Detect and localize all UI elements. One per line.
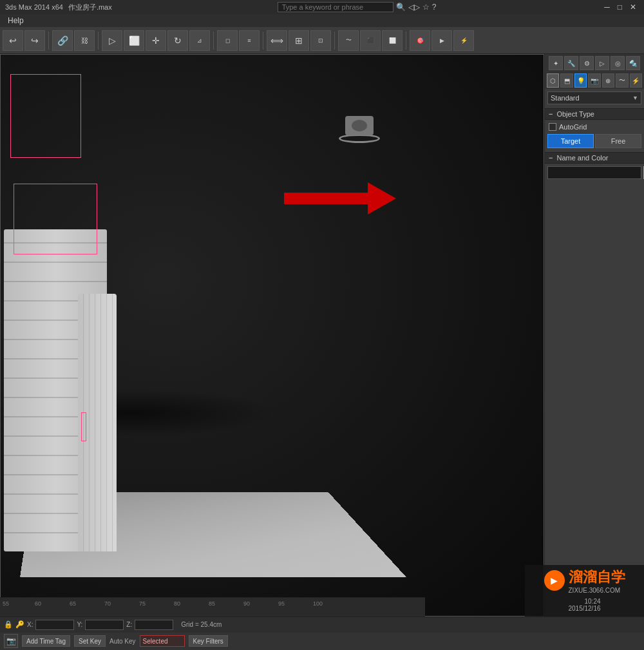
titlebar-center: 🔍 ◁▷ ☆ ?: [112, 2, 602, 12]
key-filters-button[interactable]: Key Filters: [189, 635, 228, 647]
toolbar-redo[interactable]: ↪: [24, 30, 45, 51]
timeline-tick-90: 90: [243, 600, 250, 607]
panel-tab-hierarchy[interactable]: ⚙: [580, 56, 594, 70]
arrow-head: [368, 182, 396, 215]
star-icon[interactable]: ☆: [422, 3, 430, 12]
toolbar: ↩ ↪ 🔗 ⛓ ▷ ⬜ ✛ ↻ ⊿ ◻ ≡ ⟺ ⊞ ⊡ 〜 ⬛ ⬜ 🎯 ▶ ⚡: [0, 27, 644, 54]
timeline-track: 55 60 65 70 75 80 85 90 95 100: [0, 598, 425, 617]
panel-tab-modify[interactable]: 🔧: [564, 56, 578, 70]
panel-tab-utilities[interactable]: 🔩: [626, 56, 640, 70]
target-button[interactable]: Target: [547, 134, 594, 148]
titlebar-right: ─ □ ✕: [601, 3, 639, 12]
panel-tab-shapes[interactable]: ⬒: [560, 73, 573, 88]
minus-icon-2: −: [549, 154, 553, 162]
standard-dropdown[interactable]: Standard ▼: [547, 91, 641, 104]
toolbar-separator-4: [263, 32, 263, 50]
object-type-label: Object Type: [556, 110, 594, 118]
watermark-date: 2015/12/16: [568, 605, 600, 612]
toolbar-material[interactable]: ⬜: [382, 30, 402, 51]
toolbar-scale[interactable]: ⊿: [189, 30, 210, 51]
watermark-text: 溜溜自学 ZIXUE.3066.COM: [569, 568, 625, 594]
toolbar-unlink[interactable]: ⛓: [74, 30, 95, 51]
toolbar-render[interactable]: 🎯: [410, 30, 430, 51]
panel-tab-lights[interactable]: 💡: [574, 73, 587, 88]
wireframe-vertical: [81, 412, 86, 441]
watermark-logo-icon: ▶: [544, 570, 565, 591]
status-bottom: 📷 Add Time Tag Set Key Auto Key Key Filt…: [0, 633, 644, 650]
free-button[interactable]: Free: [595, 134, 641, 148]
toolbar-select-region[interactable]: ⬜: [124, 30, 144, 51]
wireframe-box-1: [10, 74, 81, 158]
toolbar-render3[interactable]: ⚡: [453, 30, 474, 51]
toolbar-reference[interactable]: ◻: [217, 30, 238, 51]
autogrid-label: AutoGrid: [559, 123, 587, 131]
menu-help[interactable]: Help: [3, 14, 29, 27]
add-time-tag-button[interactable]: Add Time Tag: [22, 635, 70, 647]
standard-dropdown-value: Standard: [551, 94, 580, 102]
statusbar: 🔒 🔑 X: Y: Z: Grid = 25.4cm 📷 Add Time Ta…: [0, 617, 644, 650]
toolbar-schematic[interactable]: ⬛: [360, 30, 381, 51]
panel-tab-geometry[interactable]: ⬡: [547, 73, 559, 88]
question-icon[interactable]: ?: [432, 3, 437, 12]
minimize-button[interactable]: ─: [601, 3, 612, 12]
timeline-area[interactable]: 55 60 65 70 75 80 85 90 95 100: [0, 597, 425, 617]
dropdown-arrow-icon: ▼: [632, 95, 638, 101]
maximize-button[interactable]: □: [615, 3, 625, 12]
set-key-button[interactable]: Set Key: [74, 635, 106, 647]
toolbar-undo[interactable]: ↩: [3, 30, 23, 51]
toolbar-mirror[interactable]: ⟺: [267, 30, 287, 51]
search-icon[interactable]: 🔍: [396, 3, 406, 12]
panel-tab-motion[interactable]: ▷: [595, 56, 609, 70]
titlebar: 3ds Max 2014 x64 作业房子.max 🔍 ◁▷ ☆ ? ─ □ ✕: [0, 0, 644, 14]
menubar: Help: [0, 14, 644, 27]
toolbar-align2[interactable]: ⊡: [310, 30, 331, 51]
arrow-shaft: [284, 193, 368, 204]
toolbar-link[interactable]: 🔗: [52, 30, 73, 51]
toolbar-select[interactable]: ▷: [102, 30, 122, 51]
object-name-input[interactable]: [547, 166, 641, 179]
name-color-header: − Name and Color: [545, 152, 644, 164]
search-input[interactable]: [278, 2, 393, 12]
nav-icon[interactable]: ◁▷: [408, 3, 420, 12]
watermark-site: ZIXUE.3066.COM: [569, 587, 625, 594]
coord-x-input[interactable]: [35, 620, 74, 630]
panel-tab-systems[interactable]: ⚡: [630, 73, 642, 88]
watermark-time-date: 10:24 2015/12/16: [565, 595, 603, 615]
toolbar-align[interactable]: ⊞: [289, 30, 309, 51]
viewport[interactable]: [0, 54, 544, 617]
toolbar-curve[interactable]: 〜: [338, 30, 359, 51]
panel-tab-cameras[interactable]: 📷: [588, 73, 600, 88]
coord-y-input[interactable]: [85, 620, 124, 630]
object-type-header: − Object Type: [545, 108, 644, 120]
toolbar-rotate[interactable]: ↻: [167, 30, 188, 51]
toolbar-separator-2: [98, 32, 99, 50]
panel-tab-create[interactable]: ✦: [549, 56, 563, 70]
camera-ring: [339, 134, 380, 143]
coord-y-label: Y:: [77, 621, 82, 628]
coord-x-label: X:: [27, 621, 33, 628]
watermark-content: ▶ 溜溜自学 ZIXUE.3066.COM: [544, 568, 625, 594]
panel-tab-spacewarps[interactable]: 〜: [616, 73, 628, 88]
timeline-tick-100: 100: [313, 600, 323, 607]
timeline-tick-85: 85: [209, 600, 215, 607]
autogrid-checkbox[interactable]: [549, 123, 556, 131]
panel-tab-helpers[interactable]: ⊕: [602, 73, 614, 88]
coord-z-label: Z:: [126, 621, 132, 628]
toolbar-render2[interactable]: ▶: [431, 30, 452, 51]
panel-tab-display[interactable]: ◎: [611, 56, 625, 70]
autokey-input[interactable]: [140, 635, 185, 647]
watermark: ▶ 溜溜自学 ZIXUE.3066.COM 10:24 2015/12/16: [525, 565, 644, 617]
timeline-tick-60: 60: [35, 600, 41, 607]
close-button[interactable]: ✕: [627, 3, 639, 12]
app-title: 3ds Max 2014 x64: [5, 3, 63, 11]
object-type-section: AutoGrid Target Free: [545, 120, 644, 151]
coord-z-input[interactable]: [135, 620, 173, 630]
camera-body: [345, 116, 374, 135]
camera-lens: [352, 120, 367, 131]
file-name: 作业房子.max: [68, 3, 112, 12]
camera-icon-status[interactable]: 📷: [4, 634, 18, 648]
toolbar-separator-3: [213, 32, 214, 50]
toolbar-layer[interactable]: ≡: [239, 30, 260, 51]
toolbar-separator-5: [334, 32, 335, 50]
toolbar-move[interactable]: ✛: [146, 30, 166, 51]
